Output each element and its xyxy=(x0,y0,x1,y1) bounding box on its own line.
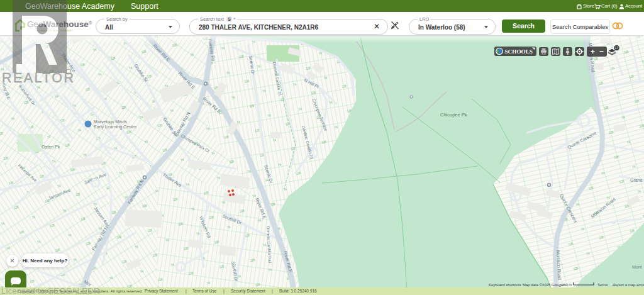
svg-text:50 m: 50 m xyxy=(564,283,572,287)
svg-text:Marvelous Minds: Marvelous Minds xyxy=(94,120,127,124)
svg-text:Chicopee Pk: Chicopee Pk xyxy=(440,112,467,118)
svg-text:Grand: Grand xyxy=(630,178,643,182)
svg-text:Terms: Terms xyxy=(597,283,608,287)
svg-text:Oaten Pk: Oaten Pk xyxy=(42,145,60,149)
svg-text:SCHOOLS: SCHOOLS xyxy=(505,48,533,55)
svg-text:Report a map error: Report a map error xyxy=(613,283,644,287)
svg-text:17: 17 xyxy=(614,46,618,50)
svg-text:Map data ©2025 Google: Map data ©2025 Google xyxy=(523,283,564,287)
svg-text:Early Learning Centre: Early Learning Centre xyxy=(94,125,136,130)
svg-text:Mont: Mont xyxy=(632,265,642,269)
svg-text:Keyboard shortcuts: Keyboard shortcuts xyxy=(489,283,521,287)
